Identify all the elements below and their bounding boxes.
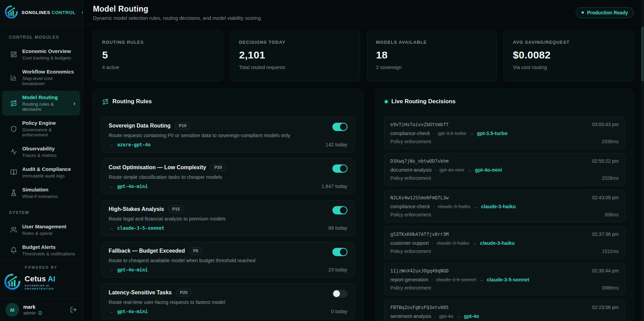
rule-model-row: →azure-gpt-4o142 today	[109, 142, 347, 147]
decision-from-model: gpt-4o	[439, 313, 453, 319]
panels-row: Routing Rules Sovereign Data RoutingP10R…	[93, 89, 634, 321]
chevron-right-icon: ›	[73, 100, 76, 106]
partner-text: CetusAI SOVEREIGN AI ORCHESTRATION	[25, 275, 79, 290]
partner-name-main: Cetus	[25, 275, 46, 283]
rules-list: Sovereign Data RoutingP10Route requests …	[101, 117, 355, 319]
decision-to-model: claude-3-haiku	[480, 240, 515, 246]
rule-priority-badge: P15	[168, 205, 183, 213]
sidebar-item-text: User ManagementRoles & spend	[22, 224, 66, 236]
scrollbar-track[interactable]	[641, 0, 644, 321]
sidebar-item-economic-overview[interactable]: Economic OverviewCost tracking & budgets	[2, 44, 80, 64]
rule-target-model: azure-gpt-4o	[117, 142, 151, 147]
sidebar-item-workflow-economics[interactable]: Workflow EconomicsStep-level cost breakd…	[2, 65, 80, 90]
decision-routing-row: customer-support·claude-3-haiku→claude-3…	[390, 240, 619, 246]
production-ready-badge[interactable]: Production Ready	[576, 7, 634, 18]
sidebar-item-text: ObservabilityTraces & metrics	[22, 146, 57, 158]
sidebar-item-audit-compliance[interactable]: Audit & ComplianceImmutable audit logs	[2, 162, 80, 182]
rule-model-row: →claude-3-5-sonnet89 today	[109, 225, 347, 231]
rule-toggle[interactable]	[332, 164, 347, 173]
sidebar-item-label: Workflow Economics	[22, 69, 76, 75]
toggle-knob	[333, 290, 340, 297]
stat-card-routing-rules: ROUTING RULES54 active	[93, 30, 223, 81]
sidebar-item-sublabel: Governance & enforcement	[22, 127, 76, 137]
decision-id: D3Xwq7jNs_nbtwOD7skhm	[390, 158, 449, 164]
decision-workflow: document-analysis	[390, 167, 432, 173]
rule-priority-badge: P20	[210, 164, 225, 171]
arrow-right-icon: →	[469, 131, 474, 136]
arrow-right-icon: →	[467, 168, 472, 173]
status-dot-icon	[581, 11, 584, 14]
sidebar-item-sublabel: Thresholds & notifications	[22, 251, 75, 256]
decision-to-model: claude-3-5-sonnet	[487, 277, 529, 282]
rule-toggle[interactable]	[332, 123, 347, 131]
decision-meta-row: Policy enforcement356ms	[390, 212, 619, 217]
stat-label: DECISIONS TODAY	[239, 40, 351, 45]
arrow-right-icon: →	[109, 225, 113, 231]
sidebar-item-policy-engine[interactable]: Policy EngineGovernance & enforcement	[2, 116, 80, 141]
rule-target-model: gpt-4o-mini	[117, 309, 148, 314]
arrow-right-icon: →	[109, 267, 113, 272]
decision-routing-row: compliance-check·claude-3-haiku→claude-3…	[390, 204, 619, 209]
rule-target-model: gpt-4o-mini	[117, 267, 148, 272]
sidebar: SONGLINESCONTROL Live CONTROL MODULESEco…	[0, 0, 83, 321]
bar-chart-icon	[10, 74, 17, 81]
activity-icon	[10, 148, 17, 155]
sidebar-section-label: SYSTEM	[0, 203, 82, 219]
arrow-right-icon: →	[479, 277, 484, 282]
decision-routing-row: document-analysis·gpt-4o-mini→gpt-4o-min…	[390, 167, 619, 173]
sidebar-item-label: Observability	[22, 146, 57, 152]
decision-time: 02:37:36 pm	[592, 231, 619, 237]
decision-card: FBTBqZoxFgKsFQ3etv00502:23:56 pmsentimen…	[384, 299, 625, 321]
sidebar-item-simulation[interactable]: SimulationWhat-if scenarios	[2, 183, 80, 203]
rule-target-model: claude-3-5-sonnet	[117, 225, 164, 231]
sidebar-item-text: Policy EngineGovernance & enforcement	[22, 120, 76, 137]
decision-meta-row: Policy enforcement2028ms	[390, 175, 619, 181]
sidebar-item-label: Policy Engine	[22, 120, 76, 126]
decision-card: D3Xwq7jNs_nbtwOD7skhm02:50:22 pmdocument…	[384, 153, 625, 186]
rule-usage-count: 0 today	[331, 309, 347, 314]
live-decisions-title: Live Routing Decisions	[392, 98, 456, 105]
rule-card-high-stakes-analysis: High-Stakes AnalysisP15Route legal and f…	[101, 200, 355, 236]
page-subtitle: Dynamic model selection rules, routing d…	[93, 15, 261, 21]
stat-sublabel: Total routed requests	[239, 65, 351, 70]
rule-model-row: →gpt-4o-mini23 today	[109, 267, 347, 272]
rule-usage-count: 89 today	[328, 225, 347, 231]
rule-toggle[interactable]	[332, 248, 347, 256]
decision-to-model: claude-3-haiku	[481, 204, 516, 209]
rule-description: Route simple classification tasks to che…	[109, 174, 347, 180]
decision-time: 02:43:09 pm	[592, 195, 619, 200]
rule-card-cost-optimisation-low-complexity: Cost Optimisation — Low ComplexityP20Rou…	[101, 158, 355, 194]
rule-toggle[interactable]	[332, 206, 347, 214]
decision-reason: Policy enforcement	[390, 175, 431, 181]
rule-usage-count: 1,847 today	[321, 184, 347, 189]
live-decisions-header: Live Routing Decisions	[384, 98, 625, 105]
live-decisions-panel: Live Routing Decisions e9vTiHsTaivvZbOtV…	[375, 89, 634, 321]
status-badge-label: Production Ready	[587, 10, 628, 15]
sidebar-item-model-routing[interactable]: Model RoutingRouting rules & decisions›	[2, 91, 80, 116]
sidebar-item-user-management[interactable]: User ManagementRoles & spend	[2, 220, 80, 240]
decision-to-model: gpt-4o	[464, 313, 479, 319]
stat-card-models-available: MODELS AVAILABLE182 sovereign	[367, 30, 497, 81]
live-pulse-dot-icon	[385, 100, 388, 103]
toggle-knob	[340, 249, 347, 255]
decision-workflow: report-generation	[390, 277, 428, 282]
rule-toggle[interactable]	[332, 290, 347, 298]
sidebar-nav: CONTROL MODULESEconomic OverviewCost tra…	[0, 25, 82, 259]
main-area: Model Routing Dynamic model selection ru…	[83, 0, 644, 321]
sidebar-item-observability[interactable]: ObservabilityTraces & metrics	[2, 142, 80, 162]
powered-by-label: POWERED BY	[3, 265, 79, 269]
decision-from-model: claude-3-5-sonnet	[436, 277, 476, 282]
scrollbar-thumb[interactable]	[641, 27, 644, 81]
decisions-list: e9vTiHsTaivvZbOtVmbfT03:00:43 pmcomplian…	[384, 117, 625, 321]
bell-icon	[10, 247, 17, 254]
stat-value: 5	[102, 49, 214, 61]
stat-value: 2,101	[239, 49, 351, 61]
logout-icon[interactable]	[70, 306, 77, 313]
decision-card: N2LKv4w1JSSmo6FmQfL3w02:43:09 pmcomplian…	[384, 190, 625, 222]
stat-sublabel: 2 sovereign	[376, 65, 488, 70]
decision-meta-row: Policy enforcement3986ms	[390, 285, 619, 291]
sidebar-item-text: SimulationWhat-if scenarios	[22, 187, 58, 199]
decision-from-model: claude-3-haiku	[437, 240, 469, 246]
cetus-ai-logo-icon	[3, 273, 21, 292]
sidebar-item-budget-alerts[interactable]: Budget AlertsThresholds & notifications	[2, 240, 80, 259]
